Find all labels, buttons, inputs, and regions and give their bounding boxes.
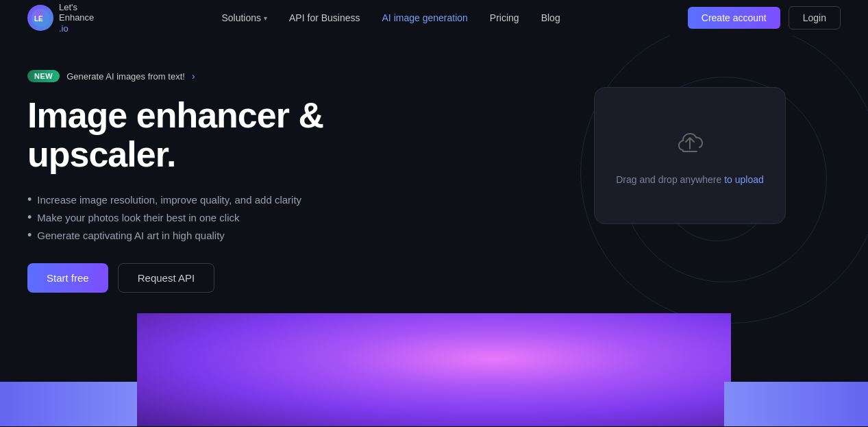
bottom-left-decoration <box>0 382 144 426</box>
hero-content: NEW Generate AI images from text! › Imag… <box>27 63 466 293</box>
navbar: LE Let's Enhance .io Solutions ▾ API for… <box>0 0 868 36</box>
logo-icon: LE <box>27 5 53 31</box>
hero-bullet-2: Make your photos look their best in one … <box>27 211 466 223</box>
bottom-image-strip <box>137 313 731 426</box>
hero-bullet-1: Increase image resolution, improve quali… <box>27 193 466 206</box>
create-account-button[interactable]: Create account <box>688 7 780 29</box>
upload-icon <box>673 127 706 166</box>
chevron-down-icon: ▾ <box>264 14 267 22</box>
nav-pricing[interactable]: Pricing <box>490 12 519 23</box>
hero-bullets: Increase image resolution, improve quali… <box>27 193 466 241</box>
nav-links: Solutions ▾ API for Business AI image ge… <box>221 12 560 23</box>
upload-link[interactable]: to upload <box>724 174 764 185</box>
start-free-button[interactable]: Start free <box>27 263 108 293</box>
logo[interactable]: LE Let's Enhance .io <box>27 2 94 34</box>
upload-text: Drag and drop anywhere to upload <box>616 174 764 185</box>
nav-api-for-business[interactable]: API for Business <box>289 12 360 23</box>
nav-solutions[interactable]: Solutions ▾ <box>221 12 267 23</box>
login-button[interactable]: Login <box>789 6 841 29</box>
request-api-button[interactable]: Request API <box>118 263 214 293</box>
new-badge-description: Generate AI images from text! <box>66 71 185 82</box>
logo-text: Let's Enhance .io <box>59 2 94 34</box>
arrow-right-icon: › <box>192 71 195 82</box>
hero-actions: Start free Request API <box>27 263 466 293</box>
nav-blog[interactable]: Blog <box>541 12 560 23</box>
svg-text:LE: LE <box>34 15 43 23</box>
hero-title: Image enhancer & upscaler. <box>27 96 466 174</box>
hero-bullet-3: Generate captivating AI art in high qual… <box>27 229 466 241</box>
new-badge: NEW <box>27 70 60 82</box>
nav-actions: Create account Login <box>688 6 841 29</box>
bottom-right-decoration <box>724 382 868 426</box>
nav-ai-image-generation[interactable]: AI image generation <box>382 12 468 23</box>
new-badge-row: NEW Generate AI images from text! › <box>27 70 466 82</box>
upload-card[interactable]: Drag and drop anywhere to upload <box>567 73 786 224</box>
